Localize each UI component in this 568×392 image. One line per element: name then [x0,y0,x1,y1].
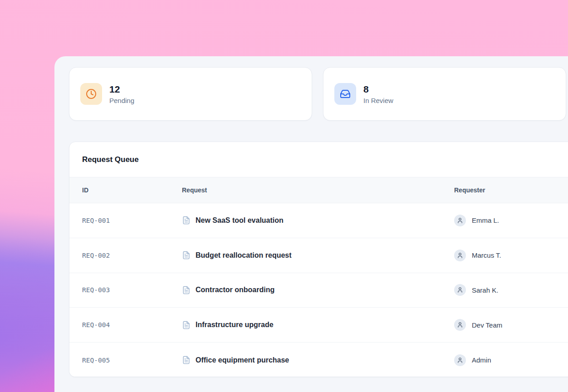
user-icon [454,319,466,331]
stat-card-pending[interactable]: 12 Pending [69,67,312,121]
table-row[interactable]: REQ-004 Infrastructure upgrade [69,308,568,343]
clock-icon [80,83,102,105]
file-text-icon [182,216,191,225]
user-icon [454,354,466,366]
in-review-count: 8 [363,83,393,95]
file-text-icon [182,251,191,260]
request-id: REQ-005 [82,357,110,364]
stat-text: 8 In Review [363,83,393,104]
request-id: REQ-001 [82,217,110,224]
requester-name: Emma L. [472,216,499,224]
request-title: Budget reallocation request [196,251,292,260]
table-row[interactable]: REQ-002 Budget reallocation request [69,238,568,273]
user-icon [454,284,466,296]
request-title: Contractor onboarding [196,286,274,294]
pending-count: 12 [109,83,134,95]
column-header-id: ID [69,186,182,194]
in-review-label: In Review [363,97,393,104]
stats-row: 12 Pending 8 In Review [69,67,566,121]
user-icon [454,215,466,226]
request-queue-card: Request Queue ID Request Requester REQ-0… [69,142,568,377]
requester-name: Admin [472,356,491,364]
gradient-background: { "colors": { "background_pink": "#FFB6D… [0,0,568,392]
table-row[interactable]: REQ-005 Office equipment purchase [69,343,568,377]
request-title: Infrastructure upgrade [196,321,274,329]
request-id: REQ-002 [82,252,110,259]
pending-label: Pending [109,97,134,104]
request-title: New SaaS tool evaluation [196,216,284,225]
content-panel: 12 Pending 8 In Review Request Queue ID … [54,56,568,392]
stat-card-in-review[interactable]: 8 In Review [323,67,566,121]
request-title: Office equipment purchase [196,356,289,364]
requester-name: Sarah K. [472,286,498,294]
table-row[interactable]: REQ-001 New SaaS tool evaluation [69,203,568,238]
column-header-request: Request [182,186,454,194]
table-row[interactable]: REQ-003 Contractor onboarding S [69,273,568,308]
file-text-icon [182,356,191,364]
page-title: Request Queue [69,142,568,177]
file-text-icon [182,286,191,294]
requester-name: Dev Team [472,321,502,329]
table-header-row: ID Request Requester [69,177,568,203]
file-text-icon [182,321,191,329]
stat-text: 12 Pending [109,83,134,104]
request-id: REQ-003 [82,286,110,294]
inbox-icon [334,83,356,105]
user-icon [454,250,466,261]
request-id: REQ-004 [82,321,110,328]
column-header-requester: Requester [454,186,568,194]
requester-name: Marcus T. [472,251,501,259]
